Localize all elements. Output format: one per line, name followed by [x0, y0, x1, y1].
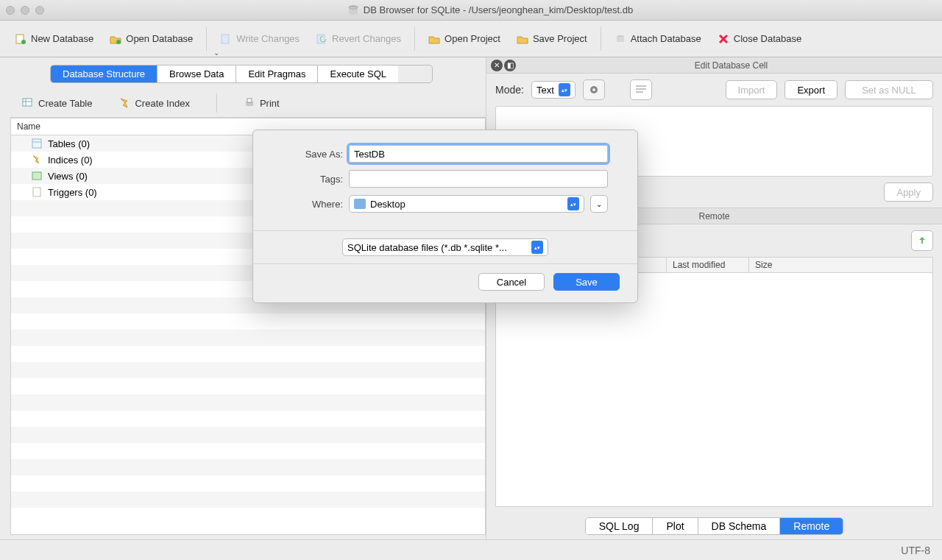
push-button[interactable] [911, 230, 933, 251]
tags-label: Tags: [283, 174, 349, 185]
cancel-button[interactable]: Cancel [478, 273, 545, 291]
tree-empty-row [11, 475, 485, 492]
tab-sql-log[interactable]: SQL Log [586, 518, 654, 534]
toolbar-separator [414, 27, 415, 51]
save-button[interactable]: Save [553, 273, 620, 291]
tree-empty-row [11, 394, 485, 411]
col-size[interactable]: Size [749, 258, 932, 272]
select-arrows-icon: ▴▾ [567, 197, 579, 210]
panel-detach-icon[interactable]: ◧ [504, 60, 516, 71]
gear-icon [588, 84, 600, 96]
save-as-input[interactable] [349, 145, 608, 163]
bottom-tabs: SQL Log Plot DB Schema Remote [486, 513, 942, 539]
svg-rect-4 [116, 40, 121, 44]
export-button[interactable]: Export [785, 80, 837, 99]
tab-browse-data[interactable]: Browse Data [157, 65, 236, 82]
write-changes-button: Write Changes [214, 30, 305, 48]
svg-rect-9 [23, 99, 32, 106]
toolbar-separator [206, 27, 207, 51]
save-project-button[interactable]: Save Project [511, 30, 593, 48]
open-project-button[interactable]: Open Project [422, 30, 506, 48]
minimize-window-icon[interactable] [21, 6, 29, 15]
panel-title: Edit Database Cell [520, 60, 942, 71]
close-database-icon [718, 33, 729, 45]
save-dialog: Save As: Tags: Where: Desktop ▴▾ ⌄ SQLit… [252, 130, 638, 303]
text-align-icon [636, 85, 646, 94]
window-title: DB Browser for SQLite - /Users/jeonghean… [44, 4, 936, 16]
tab-edit-pragmas[interactable]: Edit Pragmas [236, 65, 318, 82]
mode-label: Mode: [495, 84, 524, 96]
tree-empty-row [11, 346, 485, 362]
zoom-window-icon[interactable] [35, 6, 44, 15]
select-arrows-icon: ▴▾ [559, 83, 570, 96]
svg-rect-17 [33, 188, 40, 196]
save-project-icon [517, 33, 528, 45]
svg-rect-16 [32, 172, 41, 180]
new-database-button[interactable]: New Database [9, 30, 99, 48]
upload-icon [917, 235, 927, 246]
tree-empty-row [11, 362, 485, 378]
filetype-select[interactable]: SQLite database files (*.db *.sqlite *..… [342, 238, 548, 256]
tree-empty-row [11, 492, 485, 508]
svg-point-19 [592, 88, 595, 91]
window-controls [6, 6, 44, 15]
tab-database-structure[interactable]: Database Structure [51, 65, 157, 82]
expand-browser-button[interactable]: ⌄ [590, 195, 608, 213]
svg-rect-3 [21, 40, 26, 44]
window-title-text: DB Browser for SQLite - /Users/jeonghean… [364, 4, 633, 15]
mode-settings-button[interactable] [583, 79, 605, 100]
view-group-icon [32, 171, 42, 181]
save-as-label: Save As: [283, 149, 349, 160]
col-last-modified[interactable]: Last modified [667, 258, 749, 272]
close-database-button[interactable]: Close Database [712, 30, 808, 48]
tree-empty-row [11, 459, 485, 475]
open-database-icon [110, 33, 121, 45]
revert-changes-button: Revert Changes [310, 30, 407, 48]
tab-execute-sql[interactable]: Execute SQL [318, 65, 398, 82]
create-index-button[interactable]: Create Index [113, 94, 195, 112]
attach-database-icon [615, 33, 626, 45]
revert-changes-icon [316, 33, 327, 45]
close-window-icon[interactable] [6, 6, 15, 15]
svg-rect-8 [617, 37, 624, 42]
tree-empty-row [11, 330, 485, 346]
create-table-button[interactable]: Create Table [16, 94, 98, 112]
table-group-icon [32, 138, 42, 149]
index-icon [118, 97, 130, 109]
select-arrows-icon: ▴▾ [531, 241, 543, 254]
tree-empty-row [11, 411, 485, 427]
tab-plot[interactable]: Plot [653, 518, 698, 534]
index-group-icon [32, 155, 42, 165]
tags-input[interactable] [349, 170, 608, 188]
folder-icon [354, 199, 366, 209]
new-database-icon [15, 33, 26, 45]
print-button[interactable]: Print [238, 94, 286, 112]
open-project-icon [428, 33, 440, 45]
trigger-group-icon [32, 187, 42, 197]
structure-toolbar: Create Table Create Index Print [10, 89, 486, 118]
panel-close-icon[interactable]: ✕ [491, 60, 503, 71]
tab-db-schema[interactable]: DB Schema [698, 518, 781, 534]
tree-empty-row [11, 313, 485, 330]
tree-empty-row [11, 443, 485, 459]
write-changes-icon [220, 33, 232, 45]
print-icon [244, 97, 255, 109]
mode-select[interactable]: Text ▴▾ [531, 81, 576, 99]
svg-rect-14 [32, 139, 41, 148]
statusbar: UTF-8 [0, 539, 942, 560]
table-icon [22, 97, 34, 109]
attach-database-button[interactable]: Attach Database [609, 30, 707, 48]
tab-remote[interactable]: Remote [780, 518, 843, 534]
toolbar-separator [216, 93, 217, 113]
where-label: Where: [283, 199, 349, 210]
remote-table-body [496, 273, 932, 506]
chevron-down-icon[interactable]: ⌄ [213, 49, 219, 57]
open-database-button[interactable]: Open Database [104, 30, 199, 48]
titlebar: DB Browser for SQLite - /Users/jeonghean… [0, 0, 942, 21]
encoding-label: UTF-8 [901, 545, 930, 556]
justify-button[interactable] [630, 79, 652, 100]
tree-empty-row [11, 378, 485, 394]
toolbar-separator [601, 27, 601, 51]
where-select[interactable]: Desktop ▴▾ [349, 195, 584, 213]
tree-empty-row [11, 427, 485, 443]
